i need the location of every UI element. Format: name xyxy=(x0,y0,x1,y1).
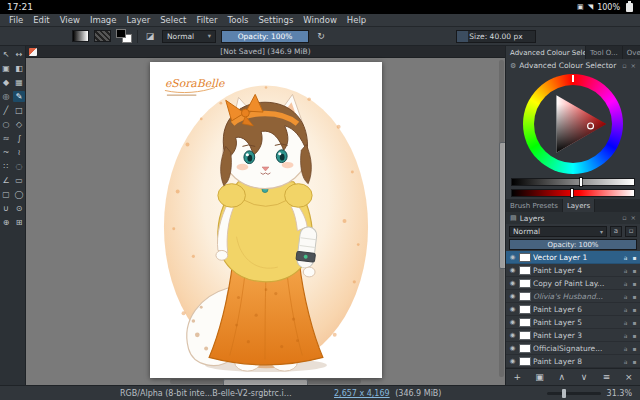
gradient-preview[interactable] xyxy=(72,30,89,42)
close-docker-icon[interactable]: × xyxy=(631,62,636,70)
freehand-brush-tool[interactable]: ✎ xyxy=(13,91,25,102)
visibility-icon[interactable]: ◉ xyxy=(508,292,517,300)
layer-row-official-signature[interactable]: ◉ OfficialSignature... a ▪ xyxy=(506,342,640,355)
layer-row-paint-layer-5[interactable]: ◉ Paint Layer 5 a ▪ xyxy=(506,316,640,329)
layer-row-paint-layer-4[interactable]: ◉ Paint Layer 4 a ▪ xyxy=(506,264,640,277)
measure-tool[interactable]: ∠ xyxy=(0,175,12,186)
bezier-curve-tool[interactable]: ∫ xyxy=(13,133,25,144)
lock-icon[interactable]: ▪ xyxy=(631,358,638,365)
float-docker-icon[interactable]: ▫ xyxy=(622,62,626,70)
visibility-icon[interactable]: ◉ xyxy=(508,344,517,352)
preserve-alpha-button[interactable]: a xyxy=(610,226,622,237)
reload-preset-icon[interactable]: ↻ xyxy=(314,31,328,41)
menu-file[interactable]: File xyxy=(4,15,28,25)
color-sampler-tool[interactable]: ◎ xyxy=(0,91,12,102)
lock-icon[interactable]: ▪ xyxy=(631,267,638,274)
sv-triangle[interactable] xyxy=(534,85,612,163)
eraser-mode-icon[interactable]: ◪ xyxy=(143,31,157,41)
layer-blend-mode-select[interactable]: Normal ▾ xyxy=(509,226,607,237)
multibrush-tool[interactable]: ∷ xyxy=(0,161,12,172)
layer-row-olivias-husband[interactable]: ◉ Olivia's Husband... a ▪ xyxy=(506,290,640,303)
layer-row-vector-layer-1[interactable]: ◉ Vector Layer 1 a ▪ xyxy=(506,251,640,264)
lock-icon[interactable]: ▪ xyxy=(631,254,638,261)
alpha-icon[interactable]: a xyxy=(622,332,629,339)
pattern-preview[interactable] xyxy=(94,30,111,42)
menu-image[interactable]: Image xyxy=(85,15,122,25)
menu-select[interactable]: Select xyxy=(155,15,191,25)
document-page[interactable]: eSoraBelle xyxy=(150,62,382,378)
pan-tool[interactable]: ⊞ xyxy=(13,217,25,228)
foreground-color-swatch[interactable] xyxy=(116,29,126,38)
lock-icon[interactable]: ▪ xyxy=(631,332,638,339)
ellipse-tool[interactable]: ○ xyxy=(0,119,12,130)
lightness-strip[interactable] xyxy=(511,178,635,186)
move-layer-down-button[interactable]: ∨ xyxy=(577,372,591,382)
alpha-icon[interactable]: a xyxy=(622,319,629,326)
add-layer-button[interactable]: + xyxy=(510,372,524,382)
layer-row-paint-layer-6[interactable]: ◉ Paint Layer 6 a ▪ xyxy=(506,303,640,316)
close-layers-icon[interactable]: × xyxy=(631,214,636,222)
freehand-path-tool[interactable]: ~ xyxy=(0,147,12,158)
lock-icon[interactable]: ▪ xyxy=(631,306,638,313)
visibility-icon[interactable]: ◉ xyxy=(508,279,517,287)
line-tool[interactable]: ╱ xyxy=(0,105,12,116)
move-tool[interactable]: ↔ xyxy=(13,49,25,60)
menu-tools[interactable]: Tools xyxy=(223,15,254,25)
zoom-tool[interactable]: ⊕ xyxy=(0,217,12,228)
layer-row-copy-of-paint-layer[interactable]: ◉ Copy of Paint Lay... a ▪ xyxy=(506,277,640,290)
menu-help[interactable]: Help xyxy=(342,15,371,25)
lock-icon[interactable]: ▪ xyxy=(631,345,638,352)
rect-select-tool[interactable]: ▢ xyxy=(0,189,12,200)
ellipse-select-tool[interactable]: ◯ xyxy=(13,189,25,200)
polyline-tool[interactable]: ≈ xyxy=(0,133,12,144)
float-layers-icon[interactable]: ▫ xyxy=(622,214,626,222)
visibility-icon[interactable]: ◉ xyxy=(508,305,517,313)
polygon-tool[interactable]: ◇ xyxy=(13,119,25,130)
canvas-area[interactable]: [Not Saved] (346.9 MiB) xyxy=(26,46,505,385)
menu-layer[interactable]: Layer xyxy=(122,15,156,25)
blend-mode-select[interactable]: Normal ▾ xyxy=(162,30,216,43)
tab-brush-presets[interactable]: Brush Presets xyxy=(506,199,563,212)
lock-icon[interactable]: ▪ xyxy=(631,280,638,287)
vertical-scrollbar[interactable] xyxy=(499,60,504,377)
alpha-icon[interactable]: a xyxy=(622,358,629,365)
contiguous-select-tool[interactable]: ⊙ xyxy=(13,203,25,214)
menu-window[interactable]: Window xyxy=(298,15,342,25)
zoom-slider[interactable] xyxy=(547,392,601,395)
visibility-icon[interactable]: ◉ xyxy=(508,266,517,274)
lock-icon[interactable]: ▪ xyxy=(631,293,638,300)
delete-layer-button[interactable]: × xyxy=(622,372,636,382)
menu-edit[interactable]: Edit xyxy=(28,15,54,25)
transform-tool[interactable]: ↖ xyxy=(0,49,12,60)
opacity-slider[interactable]: Opacity: 100% xyxy=(221,30,309,43)
document-titlebar[interactable]: [Not Saved] (346.9 MiB) xyxy=(26,46,505,58)
assistant-tool[interactable]: ◌ xyxy=(13,161,25,172)
duplicate-layer-button[interactable]: ▣ xyxy=(532,372,546,382)
menu-filter[interactable]: Filter xyxy=(191,15,222,25)
pattern-tool[interactable]: ▦ xyxy=(13,77,25,88)
image-dimensions-link[interactable]: 2,657 x 4,169 xyxy=(334,389,390,398)
layer-row-paint-layer-8[interactable]: ◉ Paint Layer 8 a ▪ xyxy=(506,355,640,368)
layer-opacity-slider[interactable]: Opacity: 100% xyxy=(509,239,637,250)
alpha-icon[interactable]: a xyxy=(622,293,629,300)
visibility-icon[interactable]: ◉ xyxy=(508,318,517,326)
layer-properties-button[interactable]: ≡ xyxy=(599,372,613,382)
brush-size-slider[interactable]: Size: 40.00 px xyxy=(456,30,536,43)
zoom-slider-thumb[interactable] xyxy=(562,389,566,398)
fill-tool[interactable]: ◆ xyxy=(0,77,12,88)
rectangle-tool[interactable]: □ xyxy=(13,105,25,116)
move-layer-up-button[interactable]: ∧ xyxy=(555,372,569,382)
tab-tool-options[interactable]: Tool O... xyxy=(586,46,623,59)
alpha-icon[interactable]: a xyxy=(622,345,629,352)
menu-settings[interactable]: Settings xyxy=(253,15,298,25)
tab-overview[interactable]: Ove... xyxy=(623,46,640,59)
crop-tool[interactable]: ▣ xyxy=(0,63,12,74)
tab-layers[interactable]: Layers xyxy=(563,199,595,212)
menu-view[interactable]: View xyxy=(55,15,85,25)
visibility-icon[interactable]: ◉ xyxy=(508,253,517,261)
saturation-strip[interactable] xyxy=(511,189,635,197)
dynamic-brush-tool[interactable]: ≀ xyxy=(13,147,25,158)
alpha-icon[interactable]: a xyxy=(622,280,629,287)
gear-icon[interactable]: ⚙ xyxy=(510,62,516,70)
alpha-icon[interactable]: a xyxy=(622,267,629,274)
